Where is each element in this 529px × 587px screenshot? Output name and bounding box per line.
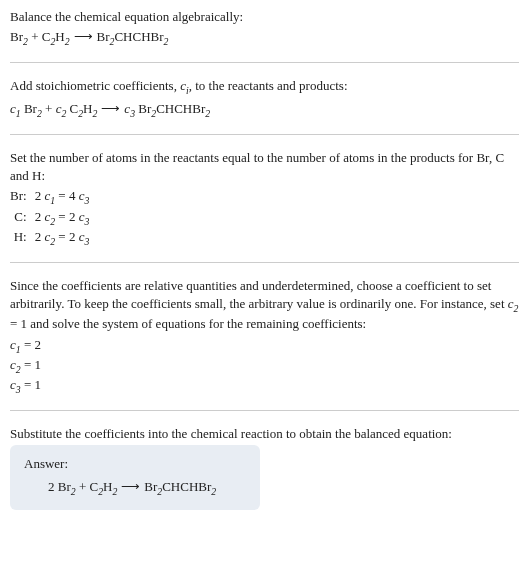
equation-balanced: 2 Br2 + C2H2⟶Br2CHCHBr2 (24, 478, 246, 498)
reactant-br2: Br2 (10, 29, 28, 44)
product-br2chchbr2: Br2CHCHBr2 (144, 479, 216, 494)
intro-text: Set the number of atoms in the reactants… (10, 149, 519, 185)
atom-label: Br: (10, 187, 35, 207)
section-balance-intro: Balance the chemical equation algebraica… (10, 8, 519, 63)
reactant-c2h2: C2H2 (89, 479, 117, 494)
atom-equation: 2 c1 = 4 c3 (35, 187, 94, 207)
coef-c2: c2 (56, 101, 67, 116)
reactant-br2: Br2 (24, 101, 42, 116)
product-br2chchbr2: Br2CHCHBr2 (97, 29, 169, 44)
intro-text: Substitute the coefficients into the che… (10, 425, 519, 443)
atom-equation: 2 c2 = 2 c3 (35, 228, 94, 248)
reactant-c2h2: C2H2 (70, 101, 98, 116)
reactant-br2: Br2 (58, 479, 76, 494)
section-stoichiometric: Add stoichiometric coefficients, ci, to … (10, 77, 519, 134)
intro-text: Add stoichiometric coefficients, ci, to … (10, 77, 519, 97)
coef-c1: c1 (10, 101, 21, 116)
atom-equation: 2 c2 = 2 c3 (35, 208, 94, 228)
atom-label: C: (10, 208, 35, 228)
coef-c3: c3 (124, 101, 135, 116)
arrow-icon: ⟶ (121, 479, 140, 494)
intro-text: Since the coefficients are relative quan… (10, 277, 519, 334)
variable-c2: c2 (508, 296, 519, 311)
arrow-icon: ⟶ (101, 101, 120, 116)
product-br2chchbr2: Br2CHCHBr2 (138, 101, 210, 116)
equation-with-coefficients: c1 Br2 + c2 C2H2⟶c3 Br2CHCHBr2 (10, 100, 519, 120)
answer-label: Answer: (24, 455, 246, 473)
table-row: C: 2 c2 = 2 c3 (10, 208, 93, 228)
reactant-c2h2: C2H2 (42, 29, 70, 44)
atom-label: H: (10, 228, 35, 248)
arrow-icon: ⟶ (74, 29, 93, 44)
variable-ci: ci (180, 78, 189, 93)
intro-text: Balance the chemical equation algebraica… (10, 8, 519, 26)
table-row: Br: 2 c1 = 4 c3 (10, 187, 93, 207)
coefficient-value: c3 = 1 (10, 376, 519, 396)
coefficient-value: c1 = 2 (10, 336, 519, 356)
answer-box: Answer: 2 Br2 + C2H2⟶Br2CHCHBr2 (10, 445, 260, 509)
section-atom-equations: Set the number of atoms in the reactants… (10, 149, 519, 263)
coefficient-value: c2 = 1 (10, 356, 519, 376)
section-solve: Since the coefficients are relative quan… (10, 277, 519, 411)
table-row: H: 2 c2 = 2 c3 (10, 228, 93, 248)
equation-unbalanced: Br2 + C2H2⟶Br2CHCHBr2 (10, 28, 519, 48)
atom-balance-table: Br: 2 c1 = 4 c3 C: 2 c2 = 2 c3 H: 2 c2 =… (10, 187, 93, 248)
section-answer: Substitute the coefficients into the che… (10, 425, 519, 524)
